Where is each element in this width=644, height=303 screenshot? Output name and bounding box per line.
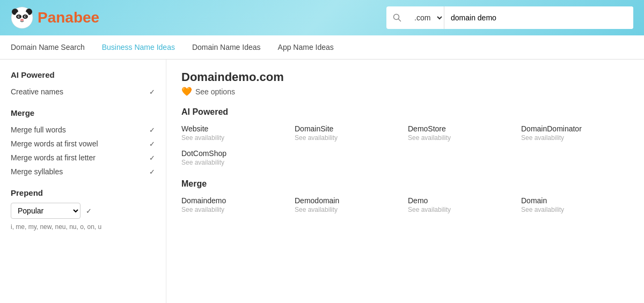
sidebar: AI Powered Creative names ✓ Merge Merge … (0, 60, 166, 303)
sidebar-item-merge-full-words[interactable]: Merge full words ✓ (11, 123, 155, 137)
svg-point-9 (25, 16, 26, 17)
sidebar-merge-title: Merge (11, 108, 155, 117)
prepend-hint: i, me, my, new, neu, nu, o, on, u (11, 223, 155, 231)
svg-point-10 (20, 19, 24, 21)
main-layout: AI Powered Creative names ✓ Merge Merge … (0, 60, 644, 303)
content-area: Domaindemo.com 🧡 See options AI Powered … (166, 60, 644, 303)
prepend-select-row: Popular Tech Business Fun ✓ (11, 203, 155, 219)
nav-item-domain-name-ideas[interactable]: Domain Name Ideas (184, 35, 269, 59)
see-options-link[interactable]: See options (195, 87, 235, 96)
sidebar-item-merge-syllables[interactable]: Merge syllables ✓ (11, 165, 155, 179)
panda-logo-icon (11, 6, 33, 29)
tld-select[interactable]: .com .net .org .io (408, 6, 444, 29)
nav-item-domain-search[interactable]: Domain Name Search (11, 35, 93, 59)
svg-line-12 (399, 19, 401, 21)
domain-main-title: Domaindemo.com (181, 70, 629, 84)
header: Panabee .com .net .org .io (0, 0, 644, 35)
name-avail[interactable]: See availability (408, 206, 516, 213)
check-icon: ✓ (149, 168, 155, 176)
logo-area: Panabee (11, 6, 99, 29)
heart-icon: 🧡 (181, 86, 192, 97)
ai-names-grid: Website See availability DomainSite See … (181, 124, 629, 166)
name-avail[interactable]: See availability (295, 206, 402, 213)
name-card-demostore: DemoStore See availability (408, 124, 516, 142)
sidebar-prepend-title: Prepend (11, 188, 155, 197)
svg-point-3 (14, 11, 30, 26)
name-title[interactable]: DomainSite (295, 124, 402, 133)
name-title[interactable]: DomainDominator (521, 124, 629, 133)
sidebar-item-label: Creative names (11, 87, 63, 96)
merge-section-heading: Merge (181, 179, 629, 189)
check-icon: ✓ (86, 207, 92, 215)
sidebar-item-label: Merge words at first letter (11, 153, 96, 162)
search-input[interactable] (444, 6, 633, 29)
check-icon: ✓ (149, 154, 155, 162)
see-options-row: 🧡 See options (181, 86, 629, 97)
name-card-domaindominator: DomainDominator See availability (521, 124, 629, 142)
sidebar-item-label: Merge full words (11, 125, 66, 134)
sidebar-item-merge-first-vowel[interactable]: Merge words at first vowel ✓ (11, 137, 155, 151)
sidebar-item-merge-first-letter[interactable]: Merge words at first letter ✓ (11, 151, 155, 165)
name-avail[interactable]: See availability (408, 134, 516, 142)
search-icon (386, 13, 408, 22)
nav-item-app-name-ideas[interactable]: App Name Ideas (269, 35, 342, 59)
merge-names-grid: Domaindemo See availability Demodomain S… (181, 196, 629, 213)
search-area: .com .net .org .io (386, 6, 633, 29)
name-title[interactable]: Demo (408, 196, 516, 205)
prepend-select[interactable]: Popular Tech Business Fun (11, 203, 80, 219)
name-title[interactable]: Domain (521, 196, 629, 205)
sidebar-item-label: Merge words at first vowel (11, 139, 98, 148)
name-avail[interactable]: See availability (521, 134, 629, 142)
name-title[interactable]: Website (181, 124, 289, 133)
sidebar-item-creative-names[interactable]: Creative names ✓ (11, 85, 155, 99)
name-card-demo: Demo See availability (408, 196, 516, 213)
svg-point-8 (18, 16, 19, 17)
ai-section-heading: AI Powered (181, 107, 629, 117)
name-title[interactable]: Domaindemo (181, 196, 289, 205)
name-card-demodomain: Demodomain See availability (295, 196, 402, 213)
logo-text: Panabee (38, 9, 99, 26)
name-avail[interactable]: See availability (521, 206, 629, 213)
sidebar-ai-title: AI Powered (11, 70, 155, 79)
nav: Domain Name Search Business Name Ideas D… (0, 35, 644, 60)
name-title[interactable]: DemoStore (408, 124, 516, 133)
name-title[interactable]: DotComShop (181, 149, 289, 158)
name-avail[interactable]: See availability (295, 134, 402, 142)
name-card-domainsite: DomainSite See availability (295, 124, 402, 142)
nav-item-business-name-ideas[interactable]: Business Name Ideas (93, 35, 184, 59)
check-icon: ✓ (149, 126, 155, 134)
name-card-dotcomshop: DotComShop See availability (181, 149, 289, 166)
name-title[interactable]: Demodomain (295, 196, 402, 205)
check-icon: ✓ (149, 140, 155, 148)
name-avail[interactable]: See availability (181, 134, 289, 142)
name-avail[interactable]: See availability (181, 159, 289, 166)
sidebar-item-label: Merge syllables (11, 167, 63, 176)
name-avail[interactable]: See availability (181, 206, 289, 213)
name-card-domaindemo: Domaindemo See availability (181, 196, 289, 213)
check-icon: ✓ (149, 88, 155, 96)
name-card-domain: Domain See availability (521, 196, 629, 213)
name-card-website: Website See availability (181, 124, 289, 142)
